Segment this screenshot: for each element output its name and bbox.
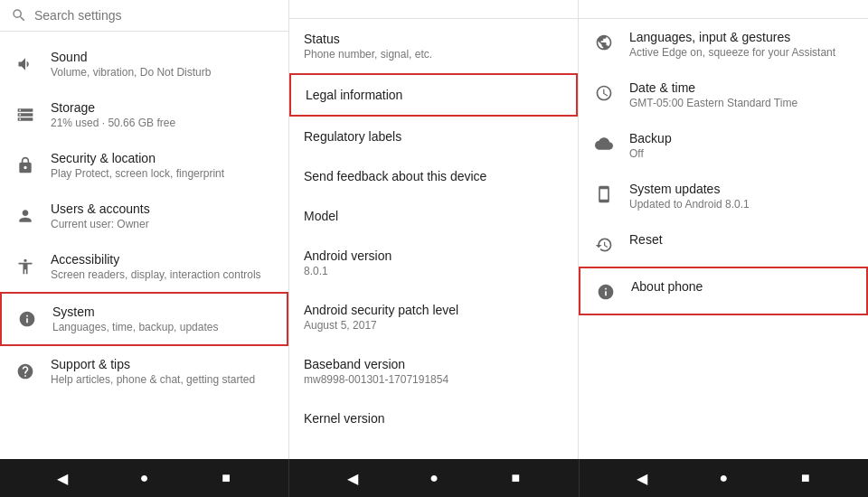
system-item-languages[interactable]: Languages, input & gestures Active Edge …: [579, 19, 868, 70]
right-item-title: Reset: [629, 232, 854, 247]
settings-item-subtitle: Screen readers, display, interaction con…: [51, 268, 274, 281]
info-icon: [16, 308, 38, 330]
middle-item-title: Status: [304, 32, 563, 46]
middle-item-subtitle: mw8998-001301-1707191854: [304, 373, 563, 386]
about-phone-item-regulatory[interactable]: Regulatory labels: [289, 117, 578, 156]
settings-item-title: Support & tips: [51, 357, 274, 371]
settings-item-users[interactable]: Users & accounts Current user: Owner: [0, 191, 288, 241]
search-icon: [11, 7, 27, 23]
nav-back-middle[interactable]: ◀: [338, 464, 367, 492]
system-panel: Languages, input & gestures Active Edge …: [579, 0, 868, 459]
system-item-backup[interactable]: Backup Off: [579, 120, 868, 171]
middle-item-subtitle: August 5, 2017: [304, 319, 563, 332]
right-item-title: System updates: [629, 182, 854, 196]
settings-item-subtitle: 21% used · 50.66 GB free: [51, 117, 274, 129]
settings-item-support[interactable]: Support & tips Help articles, phone & ch…: [0, 346, 288, 397]
search-bar[interactable]: [0, 0, 288, 32]
nav-home-middle[interactable]: ●: [420, 464, 448, 492]
right-item-title: Languages, input & gestures: [629, 30, 854, 44]
settings-item-title: Users & accounts: [51, 202, 274, 216]
system-item-system-updates[interactable]: System updates Updated to Android 8.0.1: [579, 171, 868, 221]
right-item-subtitle: Updated to Android 8.0.1: [629, 198, 854, 211]
settings-item-subtitle: Volume, vibration, Do Not Disturb: [51, 66, 274, 79]
middle-item-title: Model: [304, 209, 563, 223]
system-item-datetime[interactable]: Date & time GMT-05:00 Eastern Standard T…: [579, 70, 868, 120]
right-item-subtitle: Off: [629, 147, 854, 160]
right-item-title: Backup: [629, 131, 854, 145]
right-panel-header: [579, 0, 868, 19]
about-phone-item-legal[interactable]: Legal information: [289, 73, 578, 117]
settings-item-title: Security & location: [51, 151, 274, 165]
volume-icon: [14, 53, 36, 75]
info-circle-icon: [595, 281, 617, 303]
settings-item-security[interactable]: Security & location Play Protect, screen…: [0, 140, 288, 191]
nav-recents-left[interactable]: ■: [212, 464, 241, 492]
nav-back-left[interactable]: ◀: [48, 464, 77, 492]
about-phone-item-baseband[interactable]: Baseband version mw8998-001301-170719185…: [289, 344, 578, 399]
settings-item-system[interactable]: System Languages, time, backup, updates: [0, 292, 288, 346]
system-item-reset[interactable]: Reset: [579, 221, 868, 267]
settings-item-subtitle: Help articles, phone & chat, getting sta…: [51, 373, 274, 386]
bottom-nav-right: ◀ ● ■: [580, 459, 868, 497]
right-item-subtitle: Active Edge on, squeeze for your Assista…: [629, 46, 854, 59]
about-phone-item-feedback[interactable]: Send feedback about this device: [289, 156, 578, 196]
middle-item-title: Legal information: [306, 88, 561, 102]
settings-item-accessibility[interactable]: Accessibility Screen readers, display, i…: [0, 241, 288, 292]
about-phone-item-security-patch[interactable]: Android security patch level August 5, 2…: [289, 290, 578, 344]
settings-item-subtitle: Languages, time, backup, updates: [52, 321, 272, 333]
lock-icon: [14, 155, 36, 176]
about-phone-item-status[interactable]: Status Phone number, signal, etc.: [289, 19, 578, 73]
nav-recents-right[interactable]: ■: [791, 464, 820, 492]
settings-item-storage[interactable]: Storage 21% used · 50.66 GB free: [0, 89, 288, 140]
settings-item-subtitle: Play Protect, screen lock, fingerprint: [51, 167, 274, 180]
search-input[interactable]: [34, 8, 278, 23]
nav-home-left[interactable]: ●: [130, 464, 159, 492]
middle-item-title: Kernel version: [304, 411, 563, 426]
about-phone-panel: Status Phone number, signal, etc. Legal …: [289, 0, 579, 459]
settings-item-title: System: [52, 305, 272, 319]
right-item-title: Date & time: [629, 80, 854, 95]
middle-item-subtitle: Phone number, signal, etc.: [304, 48, 563, 61]
settings-item-subtitle: Current user: Owner: [51, 218, 274, 230]
truncated-indicator: [0, 32, 288, 39]
middle-panel-header: [289, 0, 578, 19]
storage-icon: [14, 104, 36, 126]
settings-item-title: Accessibility: [51, 252, 274, 267]
middle-item-title: Android security patch level: [304, 303, 563, 317]
settings-item-sound[interactable]: Sound Volume, vibration, Do Not Disturb: [0, 39, 288, 89]
settings-left-panel: Sound Volume, vibration, Do Not Disturb …: [0, 0, 289, 459]
middle-item-title: Android version: [304, 248, 563, 263]
right-item-title: About phone: [631, 279, 852, 294]
settings-item-title: Storage: [51, 100, 274, 115]
right-item-subtitle: GMT-05:00 Eastern Standard Time: [629, 97, 854, 109]
about-phone-item-kernel[interactable]: Kernel version: [289, 399, 578, 438]
about-phone-list: Status Phone number, signal, etc. Legal …: [289, 19, 578, 459]
middle-item-title: Regulatory labels: [304, 129, 563, 144]
bottom-nav-left: ◀ ● ■: [0, 459, 289, 497]
about-phone-item-model[interactable]: Model: [289, 196, 578, 236]
phone-icon: [593, 183, 615, 205]
system-list: Languages, input & gestures Active Edge …: [579, 19, 868, 459]
help-icon: [14, 361, 36, 382]
bottom-nav-container: ◀ ● ■ ◀ ● ■ ◀ ● ■: [0, 459, 868, 497]
settings-item-title: Sound: [51, 50, 274, 64]
clock-icon: [593, 82, 615, 104]
history-icon: [593, 234, 615, 256]
nav-home-right[interactable]: ●: [709, 464, 738, 492]
nav-recents-middle[interactable]: ■: [501, 464, 530, 492]
middle-item-subtitle: 8.0.1: [304, 265, 563, 277]
system-item-about-phone[interactable]: About phone: [579, 267, 868, 315]
middle-item-title: Baseband version: [304, 357, 563, 371]
cloud-icon: [593, 133, 615, 155]
nav-back-right[interactable]: ◀: [627, 464, 656, 492]
globe-icon: [593, 32, 615, 53]
settings-list: Sound Volume, vibration, Do Not Disturb …: [0, 32, 288, 459]
bottom-nav-middle: ◀ ● ■: [289, 459, 579, 497]
about-phone-item-android-version[interactable]: Android version 8.0.1: [289, 236, 578, 290]
accessibility-icon: [14, 256, 36, 277]
person-icon: [14, 205, 36, 227]
middle-item-title: Send feedback about this device: [304, 169, 563, 183]
